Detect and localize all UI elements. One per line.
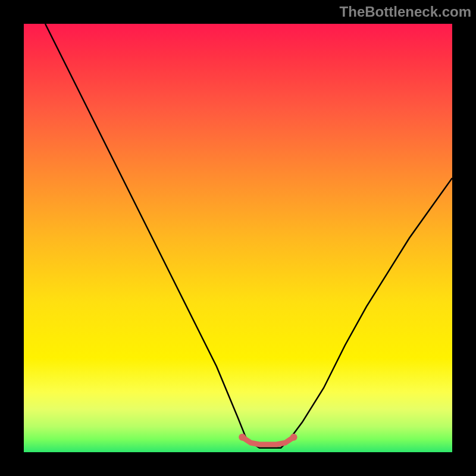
watermark-text: TheBottleneck.com (340, 4, 471, 20)
marker-dot-right (290, 434, 298, 441)
plot-area (24, 24, 452, 452)
chart-container: TheBottleneck.com (0, 0, 476, 476)
marker-dot-left (239, 434, 246, 441)
bottleneck-curve (45, 24, 452, 448)
optimal-zone-marker (242, 437, 293, 444)
chart-svg (24, 24, 452, 452)
